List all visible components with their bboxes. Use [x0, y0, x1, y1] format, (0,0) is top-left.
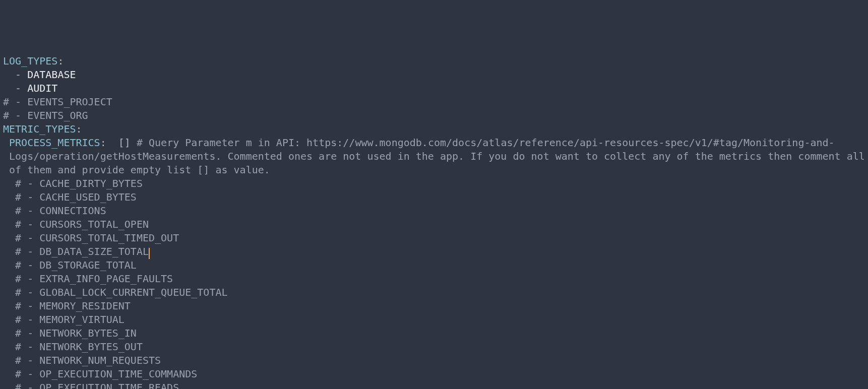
metric-comment[interactable]: # - MEMORY_VIRTUAL [3, 313, 865, 327]
list-item[interactable]: - DATABASE [3, 68, 865, 82]
metric-comment[interactable]: # - CACHE_DIRTY_BYTES [3, 177, 865, 190]
list-item[interactable]: - AUDIT [3, 82, 865, 95]
metric-comment[interactable]: # - OP_EXECUTION_TIME_READS [3, 381, 865, 389]
metric-comment[interactable]: # - EXTRA_INFO_PAGE_FAULTS [3, 272, 865, 286]
metric-comment[interactable]: # - MEMORY_RESIDENT [3, 299, 865, 313]
metric-comment[interactable]: # - DB_STORAGE_TOTAL [3, 258, 865, 272]
metric-comment[interactable]: # - OP_EXECUTION_TIME_COMMANDS [3, 367, 865, 381]
text-cursor [149, 248, 150, 259]
metric-comment[interactable]: # - CURSORS_TOTAL_OPEN [3, 218, 865, 231]
metric-comment[interactable]: # - NETWORK_NUM_REQUESTS [3, 354, 865, 367]
metric-comment[interactable]: # - NETWORK_BYTES_IN [3, 327, 865, 340]
code-editor[interactable]: LOG_TYPES: - DATABASE - AUDIT# - EVENTS_… [3, 54, 865, 389]
key-log-types[interactable]: LOG_TYPES: [3, 54, 865, 68]
key-process-metrics[interactable]: PROCESS_METRICS: [] # Query Parameter m … [3, 136, 865, 177]
comment-line[interactable]: # - EVENTS_PROJECT [3, 95, 865, 109]
metric-comment[interactable]: # - CURSORS_TOTAL_TIMED_OUT [3, 231, 865, 245]
metric-comment[interactable]: # - GLOBAL_LOCK_CURRENT_QUEUE_TOTAL [3, 286, 865, 299]
metric-comment[interactable]: # - DB_DATA_SIZE_TOTAL [3, 245, 865, 258]
metric-comment[interactable]: # - NETWORK_BYTES_OUT [3, 340, 865, 354]
key-metric-types[interactable]: METRIC_TYPES: [3, 122, 865, 136]
comment-line[interactable]: # - EVENTS_ORG [3, 109, 865, 122]
metric-comment[interactable]: # - CONNECTIONS [3, 204, 865, 218]
metric-comment[interactable]: # - CACHE_USED_BYTES [3, 190, 865, 204]
